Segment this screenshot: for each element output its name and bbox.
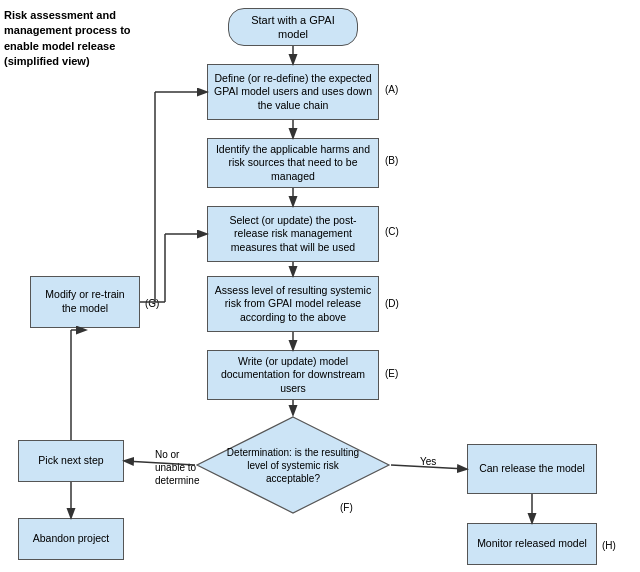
label-yes: Yes	[420, 456, 436, 467]
node-step-a: Define (or re-define) the expected GPAI …	[207, 64, 379, 120]
label-a: (A)	[385, 84, 398, 95]
node-can-release: Can release the model	[467, 444, 597, 494]
node-step-g: Modify or re-train the model	[30, 276, 140, 328]
label-d: (D)	[385, 298, 399, 309]
node-pick-next: Pick next step	[18, 440, 124, 482]
node-step-d: Assess level of resulting systemic risk …	[207, 276, 379, 332]
node-abandon: Abandon project	[18, 518, 124, 560]
node-step-b: Identify the applicable harms and risk s…	[207, 138, 379, 188]
label-f: (F)	[340, 502, 353, 513]
diagram-title: Risk assessment and management process t…	[4, 8, 144, 70]
label-b: (B)	[385, 155, 398, 166]
node-step-c: Select (or update) the post-release risk…	[207, 206, 379, 262]
node-start: Start with a GPAI model	[228, 8, 358, 46]
node-step-f: Determination: is the resulting level of…	[195, 415, 391, 515]
node-step-e: Write (or update) model documentation fo…	[207, 350, 379, 400]
node-monitor: Monitor released model	[467, 523, 597, 565]
title-line3: enable model release	[4, 40, 115, 52]
title-line2: management process to	[4, 24, 131, 36]
diagram-container: Risk assessment and management process t…	[0, 0, 640, 572]
label-e: (E)	[385, 368, 398, 379]
title-line1: Risk assessment and	[4, 9, 116, 21]
label-no-unable: No orunable todetermine	[155, 448, 199, 487]
label-h: (H)	[602, 540, 616, 551]
label-c: (C)	[385, 226, 399, 237]
label-g: (G)	[145, 298, 159, 309]
title-line4: (simplified view)	[4, 55, 90, 67]
